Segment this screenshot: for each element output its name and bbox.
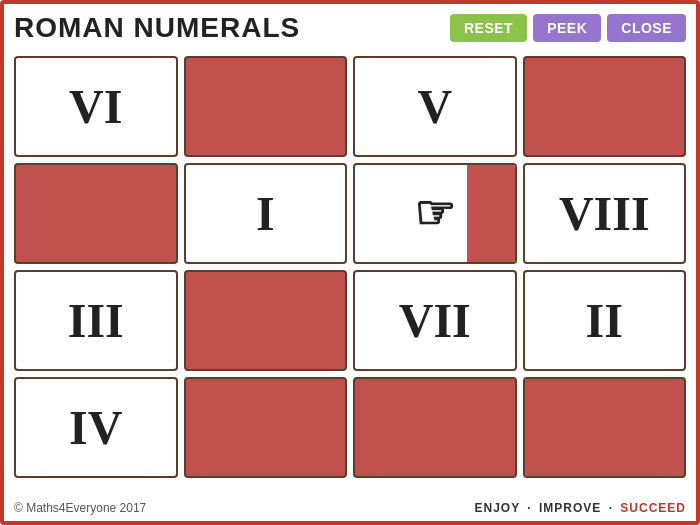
card-r3c3[interactable] bbox=[523, 377, 687, 478]
tagline-succeed: SUCCEED bbox=[620, 501, 686, 515]
card-r3c2[interactable] bbox=[353, 377, 517, 478]
tagline: ENJOY · IMPROVE · SUCCEED bbox=[474, 501, 686, 515]
page-title: ROMAN NUMERALS bbox=[14, 12, 300, 44]
card-grid: VIVI☞VIIIIIIVIIIIIV bbox=[4, 52, 696, 482]
reset-button[interactable]: RESET bbox=[450, 14, 527, 42]
card-r1c0[interactable] bbox=[14, 163, 178, 264]
card-r3c0[interactable]: IV bbox=[14, 377, 178, 478]
close-button[interactable]: CLOSE bbox=[607, 14, 686, 42]
card-r1c1[interactable]: I bbox=[184, 163, 348, 264]
tagline-dot2: · bbox=[609, 501, 618, 515]
header-buttons: RESET PEEK CLOSE bbox=[450, 14, 686, 42]
card-r1c2[interactable]: ☞ bbox=[353, 163, 517, 264]
header: ROMAN NUMERALS RESET PEEK CLOSE bbox=[4, 4, 696, 52]
card-r2c2[interactable]: VII bbox=[353, 270, 517, 371]
tagline-dot1: · bbox=[527, 501, 536, 515]
card-r0c1[interactable] bbox=[184, 56, 348, 157]
copyright-text: © Maths4Everyone 2017 bbox=[14, 501, 146, 515]
card-r1c3[interactable]: VIII bbox=[523, 163, 687, 264]
page-wrapper: ROMAN NUMERALS RESET PEEK CLOSE VIVI☞VII… bbox=[0, 0, 700, 525]
tagline-improve: IMPROVE bbox=[539, 501, 601, 515]
cursor-icon: ☞ bbox=[414, 191, 455, 237]
card-r2c3[interactable]: II bbox=[523, 270, 687, 371]
card-r2c1[interactable] bbox=[184, 270, 348, 371]
card-r0c2[interactable]: V bbox=[353, 56, 517, 157]
footer: © Maths4Everyone 2017 ENJOY · IMPROVE · … bbox=[4, 501, 696, 515]
peek-button[interactable]: PEEK bbox=[533, 14, 601, 42]
card-r2c0[interactable]: III bbox=[14, 270, 178, 371]
card-r0c0[interactable]: VI bbox=[14, 56, 178, 157]
red-stripe bbox=[467, 165, 515, 262]
tagline-enjoy: ENJOY bbox=[474, 501, 519, 515]
card-r0c3[interactable] bbox=[523, 56, 687, 157]
card-r3c1[interactable] bbox=[184, 377, 348, 478]
